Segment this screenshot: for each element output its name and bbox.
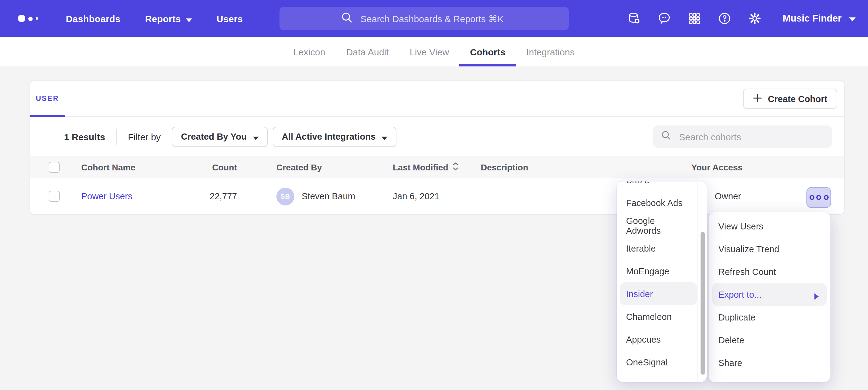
export-target-appcues[interactable]: Appcues	[620, 328, 697, 351]
export-target-iterable[interactable]: Iterable	[620, 237, 697, 260]
sort-icon	[453, 162, 459, 172]
settings-gear-icon[interactable]	[748, 11, 763, 26]
create-cohort-button[interactable]: Create Cohort	[743, 89, 837, 109]
col-header-created-by: Created By	[276, 162, 393, 172]
menu-item-duplicate[interactable]: Duplicate	[712, 306, 827, 328]
project-name: Music Finder	[783, 13, 841, 24]
chevron-down-icon	[849, 13, 856, 24]
plus-icon	[753, 93, 763, 104]
menu-item-delete[interactable]: Delete	[712, 328, 827, 351]
col-header-description: Description	[481, 162, 691, 172]
create-cohort-label: Create Cohort	[768, 94, 827, 104]
export-target-insider[interactable]: Insider	[620, 282, 697, 305]
nav-item-dashboards[interactable]: Dashboards	[66, 13, 120, 24]
export-submenu: Braze Facebook Ads Google Adwords Iterab…	[617, 182, 707, 382]
menu-item-view-users[interactable]: View Users	[712, 215, 827, 237]
divider	[116, 129, 117, 144]
search-icon	[340, 11, 353, 26]
row-checkbox[interactable]	[49, 191, 60, 202]
nav-item-label: Users	[217, 13, 243, 24]
export-target-google-adwords[interactable]: Google Adwords	[620, 214, 697, 237]
cohort-type-tabs: USER Create Cohort	[30, 80, 844, 117]
export-target-onesignal[interactable]: OneSignal	[620, 351, 697, 373]
table-header-row: Cohort Name Count Created By Last Modifi…	[30, 156, 844, 178]
cohort-name-link[interactable]: Power Users	[81, 191, 186, 201]
tab-data-audit[interactable]: Data Audit	[336, 37, 399, 66]
nav-item-users[interactable]: Users	[217, 13, 243, 24]
created-by-dropdown[interactable]: Created By You	[172, 126, 268, 147]
filter-by-label: Filter by	[128, 131, 161, 142]
export-target-facebook-ads[interactable]: Facebook Ads	[620, 191, 697, 214]
top-navbar: Dashboards Reports Users	[0, 0, 868, 37]
submenu-scrollbar-thumb[interactable]	[701, 232, 705, 375]
menu-item-refresh-count[interactable]: Refresh Count	[712, 260, 827, 283]
chevron-down-icon	[186, 13, 192, 24]
menu-item-share[interactable]: Share	[712, 351, 827, 374]
menu-item-export-to[interactable]: Export to...	[712, 283, 827, 306]
tab-live-view[interactable]: Live View	[399, 37, 460, 66]
primary-nav: Dashboards Reports Users	[66, 13, 243, 24]
cohorts-card: USER Create Cohort 1 Results Filter by C…	[30, 80, 845, 215]
project-switcher[interactable]: Music Finder	[783, 13, 856, 24]
menu-item-visualize-trend[interactable]: Visualize Trend	[712, 237, 827, 260]
chevron-down-icon	[253, 132, 258, 142]
search-icon	[660, 130, 672, 143]
ellipsis-dot-icon	[824, 195, 828, 200]
col-header-label: Last Modified	[393, 162, 448, 172]
integrations-dropdown[interactable]: All Active Integrations	[272, 126, 397, 147]
data-management-icon[interactable]	[627, 11, 642, 26]
nav-item-reports[interactable]: Reports	[145, 13, 192, 24]
ellipsis-dot-icon	[816, 195, 821, 200]
ellipsis-dot-icon	[809, 195, 814, 200]
integrations-dropdown-value: All Active Integrations	[282, 132, 375, 141]
avatar: SB	[276, 187, 294, 205]
row-actions-button[interactable]	[806, 187, 831, 208]
submenu-arrow-icon	[814, 291, 819, 301]
tab-lexicon[interactable]: Lexicon	[283, 37, 336, 66]
created-by-dropdown-value: Created By You	[181, 132, 247, 141]
tab-integrations[interactable]: Integrations	[516, 37, 585, 66]
tab-user-cohorts[interactable]: USER	[30, 80, 65, 116]
submenu-scrollbar-track[interactable]	[698, 182, 707, 382]
apps-grid-icon[interactable]	[687, 11, 702, 26]
chevron-down-icon	[382, 132, 388, 142]
filter-row: 1 Results Filter by Created By You All A…	[30, 117, 844, 156]
table-row[interactable]: Power Users 22,777 SB Steven Baum Jan 6,…	[30, 178, 844, 214]
select-all-checkbox[interactable]	[49, 162, 60, 173]
app-window: Dashboards Reports Users	[0, 0, 868, 390]
col-header-last-modified[interactable]: Last Modified	[393, 162, 481, 172]
cohort-search-input[interactable]	[678, 131, 825, 142]
section-tabbar: Lexicon Data Audit Live View Cohorts Int…	[0, 37, 868, 66]
feedback-icon[interactable]	[657, 11, 672, 26]
row-context-menu: View Users Visualize Trend Refresh Count…	[709, 212, 831, 382]
export-target-braze[interactable]: Braze	[620, 182, 697, 191]
global-search-input[interactable]	[359, 12, 508, 24]
nav-item-label: Dashboards	[66, 13, 120, 24]
creator-name: Steven Baum	[302, 191, 355, 201]
menu-item-label: Export to...	[718, 289, 762, 299]
cohort-search[interactable]	[653, 126, 832, 148]
export-target-moengage[interactable]: MoEngage	[620, 260, 697, 282]
creator-cell: SB Steven Baum	[276, 187, 393, 205]
mixpanel-logo-icon[interactable]	[18, 15, 46, 22]
help-icon[interactable]	[717, 11, 732, 26]
col-header-cohort-name: Cohort Name	[81, 162, 186, 172]
nav-item-label: Reports	[145, 13, 181, 24]
tab-cohorts[interactable]: Cohorts	[460, 37, 516, 66]
export-target-chameleon[interactable]: Chameleon	[620, 305, 697, 328]
global-search[interactable]	[279, 7, 569, 30]
cohort-count: 22,777	[186, 191, 237, 201]
col-header-your-access: Your Access	[691, 162, 844, 172]
col-header-count: Count	[186, 162, 237, 172]
navbar-right: Music Finder	[627, 0, 856, 37]
last-modified-value: Jan 6, 2021	[393, 191, 481, 201]
results-count: 1 Results	[64, 131, 105, 142]
